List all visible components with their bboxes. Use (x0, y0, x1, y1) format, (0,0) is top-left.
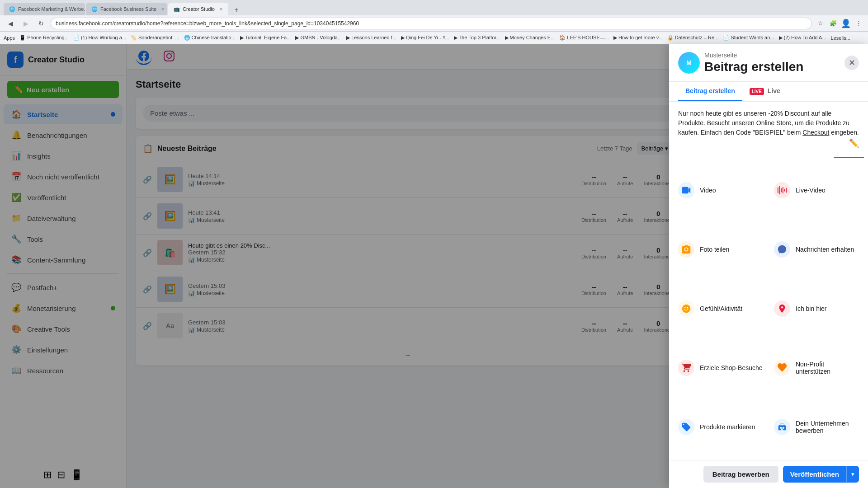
tab-close-2[interactable]: ✕ (161, 7, 165, 12)
svg-rect-9 (778, 188, 778, 193)
svg-point-16 (682, 305, 690, 313)
profile-button[interactable]: 👤 (841, 19, 851, 28)
tab-label-2: Facebook Business Suite (100, 6, 156, 12)
svg-point-18 (687, 307, 688, 309)
nonprofit-option-label: Non-Profit unterstützen (796, 361, 859, 375)
bookmark-10[interactable]: ▶ Money Changes E... (505, 35, 555, 41)
bookmark-6[interactable]: ▶ GMSN - Vologda... (295, 35, 342, 41)
bookmark-3[interactable]: 🏷️ Sonderangebot: ... (131, 35, 179, 41)
overlay-footer: Beitrag bewerben Veröffentlichen ▾ (669, 460, 868, 488)
gefuehl-option-label: Gefühl/Aktivität (700, 305, 742, 312)
bookmark-4[interactable]: 🌐 Chinese translatio... (184, 35, 236, 41)
svg-rect-11 (781, 188, 782, 192)
option-nachrichten[interactable]: Nachrichten erhalten (769, 220, 864, 279)
svg-rect-10 (779, 186, 780, 194)
live-tab-label: Live (768, 87, 780, 94)
option-live-video[interactable]: Live-Video Live-Video (769, 161, 864, 220)
nonprofit-option-icon (774, 360, 790, 376)
tag-option-label: Produkte markieren (700, 423, 755, 431)
foto-option-icon (678, 241, 694, 258)
bookmark-1[interactable]: 📱 Phone Recycling... (19, 35, 69, 41)
edit-icon: ✏️ (849, 137, 859, 150)
overlay-page-avatar: M (678, 52, 700, 74)
veroeffentlichen-main[interactable]: Veröffentlichen (783, 466, 846, 483)
extensions-button[interactable]: 🧩 (828, 19, 838, 28)
url-text: business.facebook.com/creatorstudio/home… (56, 20, 359, 27)
bookmark-5[interactable]: ▶ Tutorial: Eigene Fa... (240, 35, 291, 41)
tab-favicon-2: 🌐 (91, 6, 98, 12)
back-button[interactable]: ◀ (5, 18, 16, 29)
svg-rect-12 (783, 187, 783, 194)
bookmark-12[interactable]: ▶ How to get more v... (613, 35, 663, 41)
overlay-description: Nur noch heute gibt es unseren -20% Disc… (669, 102, 868, 157)
tab-label-1: Facebook Marketing & Werbe... (18, 6, 85, 12)
option-unternehmen[interactable]: Dein Unternehmen bewerben (769, 397, 864, 456)
tab-label-3: Creator Studio (183, 6, 215, 12)
bookmark-apps[interactable]: Apps (4, 35, 15, 41)
option-non-profit[interactable]: Non-Profit unterstützen (769, 338, 864, 397)
option-shop-besuche[interactable]: Erziele Shop-Besuche (673, 338, 769, 397)
menu-button[interactable]: ⋮ (854, 19, 863, 28)
option-produkte-markieren[interactable]: Produkte markieren (673, 397, 769, 456)
svg-rect-14 (786, 188, 787, 193)
tab-close-3[interactable]: ✕ (219, 7, 223, 12)
bookmark-8[interactable]: ▶ Qing Fei De Yi - Y... (401, 35, 449, 41)
foto-option-label: Foto teilen (700, 246, 729, 253)
svg-rect-13 (784, 189, 785, 192)
video-option-icon (678, 182, 694, 198)
url-bar[interactable]: business.facebook.com/creatorstudio/home… (51, 18, 812, 29)
overlay-title: Beitrag erstellen (704, 60, 803, 74)
browser-chrome: 🌐 Facebook Marketing & Werbe... ✕ 🌐 Face… (0, 0, 868, 44)
overlay-panel: M Musterseite Beitrag erstellen ✕ Beitra… (669, 44, 868, 488)
bookmark-15[interactable]: ▶ (2) How To Add A... (779, 35, 826, 41)
tag-option-icon (678, 419, 694, 435)
svg-point-15 (685, 248, 688, 251)
tab-beitrag-erstellen[interactable]: Beitrag erstellen (678, 82, 742, 101)
browser-tabs: 🌐 Facebook Marketing & Werbe... ✕ 🌐 Face… (4, 0, 242, 15)
forward-button[interactable]: ▶ (20, 18, 32, 29)
checkout-link[interactable]: Checkout (802, 129, 829, 136)
overlay-close-button[interactable]: ✕ (844, 56, 859, 70)
overlay-options-grid: Video Live-Video Live-Video Foto teilen … (669, 157, 868, 460)
bookmark-7[interactable]: ▶ Lessons Learned f... (346, 35, 396, 41)
tab-favicon-3: 📺 (174, 6, 180, 12)
live-video-tooltip: Live-Video (834, 157, 864, 158)
beitrag-bewerben-button[interactable]: Beitrag bewerben (703, 466, 778, 483)
option-video[interactable]: Video (673, 161, 769, 220)
svg-point-17 (684, 307, 686, 309)
browser-tab-1[interactable]: 🌐 Facebook Marketing & Werbe... ✕ (4, 3, 85, 15)
bookmark-14[interactable]: 📄 Student Wants an... (723, 35, 774, 41)
live-video-option-icon (774, 182, 790, 198)
svg-rect-8 (682, 187, 689, 194)
location-option-icon (774, 300, 790, 317)
video-option-label: Video (700, 187, 716, 194)
overlay-page-name: Musterseite (704, 52, 803, 59)
browser-tab-2[interactable]: 🌐 Facebook Business Suite ✕ (86, 3, 167, 15)
veroeffentlichen-arrow[interactable]: ▾ (846, 466, 859, 482)
overlay-header: M Musterseite Beitrag erstellen ✕ (669, 44, 868, 82)
browser-tab-3[interactable]: 📺 Creator Studio ✕ (168, 3, 228, 15)
nachrichten-option-icon (774, 241, 790, 258)
new-tab-button[interactable]: + (231, 5, 242, 15)
bookmark-13[interactable]: 🔒 Datenschutz – Re... (667, 35, 719, 41)
bookmark-9[interactable]: ▶ The Top 3 Platfor... (454, 35, 500, 41)
tab-favicon-1: 🌐 (9, 6, 15, 12)
veroeffentlichen-split-button[interactable]: Veröffentlichen ▾ (783, 466, 859, 483)
bookmark-11[interactable]: 🏠 LEE'S HOUSE—... (559, 35, 609, 41)
business-option-icon (774, 419, 790, 435)
bookmark-button[interactable]: ☆ (816, 19, 826, 28)
shop-option-icon (678, 360, 694, 376)
option-gefuehl[interactable]: Gefühl/Aktivität (673, 279, 769, 338)
bookmark-2[interactable]: 📄 (1) How Working a... (73, 35, 126, 41)
nachrichten-option-label: Nachrichten erhalten (796, 246, 854, 253)
live-video-option-label: Live-Video (796, 187, 826, 194)
tab-live[interactable]: LIVE Live (742, 82, 788, 101)
option-foto-teilen[interactable]: Foto teilen (673, 220, 769, 279)
bookmark-16[interactable]: Leselis... (831, 35, 850, 41)
overlay-tabs: Beitrag erstellen LIVE Live (669, 82, 868, 102)
shop-option-label: Erziele Shop-Besuche (700, 364, 763, 371)
option-ich-bin-hier[interactable]: Ich bin hier (769, 279, 864, 338)
refresh-button[interactable]: ↻ (35, 18, 47, 29)
business-option-label: Dein Unternehmen bewerben (796, 420, 859, 434)
live-badge: LIVE (750, 88, 764, 95)
